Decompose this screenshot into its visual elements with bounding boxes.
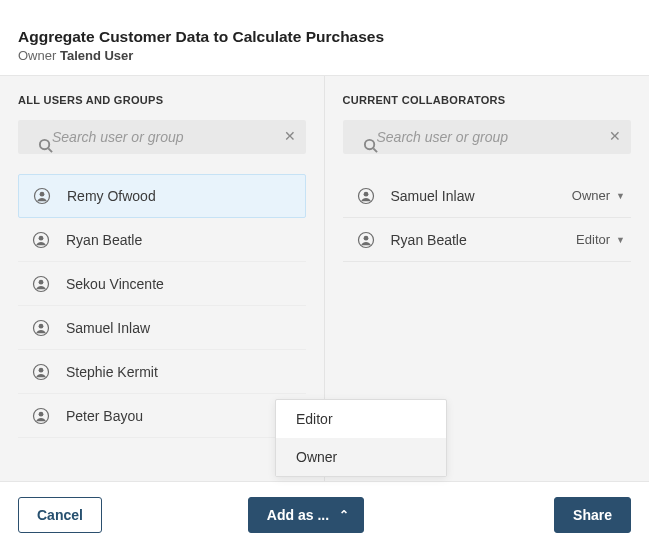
all-users-search[interactable]: ✕ (18, 120, 306, 154)
user-row[interactable]: Ryan Beatle (18, 218, 306, 262)
svg-point-7 (39, 279, 44, 284)
person-icon (32, 231, 50, 249)
collaborators-search[interactable]: ✕ (343, 120, 632, 154)
svg-line-1 (48, 148, 52, 152)
user-row[interactable]: Samuel Inlaw (18, 306, 306, 350)
collaborator-name: Samuel Inlaw (391, 188, 572, 204)
add-as-button[interactable]: Add as ... ⌃ (248, 497, 364, 533)
clear-icon[interactable]: ✕ (609, 128, 621, 144)
user-row[interactable]: Stephie Kermit (18, 350, 306, 394)
person-icon (33, 187, 51, 205)
role-menu-item[interactable]: Owner (276, 438, 446, 476)
role-select[interactable]: Owner▼ (572, 188, 625, 203)
caret-down-icon: ▼ (616, 235, 625, 245)
collaborators-list-wrap: Samuel InlawOwner▼Ryan BeatleEditor▼ (343, 174, 632, 262)
owner-line: Owner Talend User (18, 48, 649, 63)
svg-point-9 (39, 323, 44, 328)
role-menu-item[interactable]: Editor (276, 400, 446, 438)
svg-point-17 (363, 191, 368, 196)
role-select[interactable]: Editor▼ (576, 232, 625, 247)
chevron-up-icon: ⌃ (339, 508, 349, 522)
cancel-button[interactable]: Cancel (18, 497, 102, 533)
person-icon (357, 187, 375, 205)
user-name: Ryan Beatle (66, 232, 142, 248)
person-icon (32, 363, 50, 381)
scrollbar-thumb[interactable] (18, 438, 306, 472)
all-users-list-wrap: Remy OfwoodRyan BeatleSekou VincenteSamu… (18, 174, 306, 472)
share-button[interactable]: Share (554, 497, 631, 533)
role-value: Editor (576, 232, 610, 247)
svg-point-3 (40, 192, 45, 197)
scrollbar[interactable] (18, 438, 306, 472)
person-icon (32, 319, 50, 337)
all-users-search-input[interactable] (52, 120, 276, 154)
user-row[interactable]: Remy Ofwood (18, 174, 306, 218)
collaborators-list: Samuel InlawOwner▼Ryan BeatleEditor▼ (343, 174, 632, 262)
person-icon (32, 407, 50, 425)
role-menu: EditorOwner (275, 399, 447, 477)
user-name: Sekou Vincente (66, 276, 164, 292)
owner-name: Talend User (60, 48, 133, 63)
svg-point-11 (39, 367, 44, 372)
collaborators-label: CURRENT COLLABORATORS (343, 94, 632, 106)
page-title: Aggregate Customer Data to Calculate Pur… (18, 28, 649, 46)
user-row[interactable]: Sekou Vincente (18, 262, 306, 306)
svg-point-0 (40, 140, 49, 149)
dialog-footer: Cancel Add as ... ⌃ Share (0, 482, 649, 548)
collaborator-row: Samuel InlawOwner▼ (343, 174, 632, 218)
user-name: Stephie Kermit (66, 364, 158, 380)
user-name: Samuel Inlaw (66, 320, 150, 336)
svg-point-13 (39, 411, 44, 416)
all-users-list: Remy OfwoodRyan BeatleSekou VincenteSamu… (18, 174, 306, 438)
collaborator-name: Ryan Beatle (391, 232, 577, 248)
owner-label: Owner (18, 48, 56, 63)
svg-point-5 (39, 235, 44, 240)
user-name: Remy Ofwood (67, 188, 156, 204)
dialog-header: Aggregate Customer Data to Calculate Pur… (0, 0, 649, 75)
clear-icon[interactable]: ✕ (284, 128, 296, 144)
user-name: Peter Bayou (66, 408, 143, 424)
caret-down-icon: ▼ (616, 191, 625, 201)
svg-point-14 (364, 140, 373, 149)
collaborator-row: Ryan BeatleEditor▼ (343, 218, 632, 262)
person-icon (357, 231, 375, 249)
person-icon (32, 275, 50, 293)
user-row[interactable]: Peter Bayou (18, 394, 306, 438)
collaborators-search-input[interactable] (377, 120, 602, 154)
share-dialog: Aggregate Customer Data to Calculate Pur… (0, 0, 649, 548)
svg-line-15 (373, 148, 377, 152)
role-value: Owner (572, 188, 610, 203)
add-as-label: Add as ... (267, 507, 329, 523)
svg-point-19 (363, 235, 368, 240)
all-users-label: ALL USERS AND GROUPS (18, 94, 306, 106)
